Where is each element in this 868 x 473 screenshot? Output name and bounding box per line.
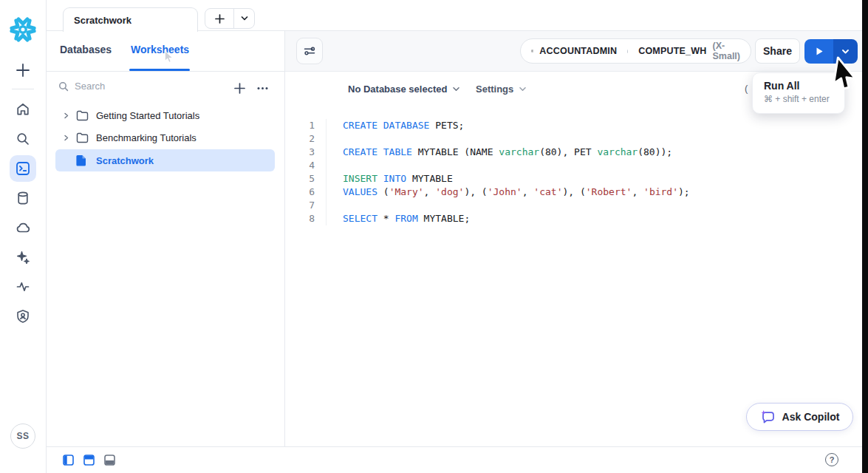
- chevron-right-icon[interactable]: [63, 135, 70, 141]
- folder-icon: [76, 110, 89, 121]
- code-line[interactable]: 2: [285, 132, 868, 146]
- obscured-text-fragment: (: [745, 83, 748, 94]
- context-selector[interactable]: ACCOUNTADMIN COMPUTE_WH (X-Small): [520, 38, 751, 64]
- line-number: 2: [285, 132, 327, 146]
- user-avatar[interactable]: SS: [10, 423, 35, 449]
- tree-item-label: Benchmarking Tutorials: [96, 132, 197, 143]
- line-number: 1: [285, 119, 327, 132]
- sidebar-search-row: Search: [47, 78, 284, 101]
- chevron-down-icon: [452, 85, 460, 93]
- settings-dropdown[interactable]: Settings: [476, 84, 527, 95]
- activity-icon[interactable]: [10, 273, 36, 300]
- snowflake-logo-icon[interactable]: [8, 15, 38, 44]
- sparkles-ai-icon[interactable]: [10, 244, 36, 270]
- line-number: 6: [285, 186, 327, 199]
- copilot-chat-icon: [760, 409, 776, 425]
- left-nav-rail: SS: [0, 0, 47, 473]
- separator-dot: [627, 50, 628, 53]
- code-line[interactable]: 8SELECT * FROM MYTABLE;: [285, 212, 868, 225]
- code-lines: 1CREATE DATABASE PETS;23CREATE TABLE MYT…: [285, 119, 868, 225]
- warehouse-name: COMPUTE_WH: [638, 46, 706, 56]
- create-new-icon[interactable]: [15, 62, 31, 78]
- warehouse-size: (X-Small): [712, 41, 740, 61]
- layout-top-icon[interactable]: [83, 455, 95, 466]
- tree-item-folder[interactable]: Benchmarking Tutorials: [55, 127, 275, 149]
- code-line[interactable]: 7: [285, 199, 868, 212]
- admin-shield-icon[interactable]: [10, 303, 36, 330]
- folder-icon: [76, 132, 89, 143]
- sidebar-panel: Databases Worksheets Search: [47, 31, 284, 446]
- line-number: 8: [285, 212, 327, 225]
- sliders-icon: [303, 44, 316, 58]
- document-icon: [76, 154, 89, 166]
- code-line[interactable]: 4: [285, 159, 868, 172]
- search-icon: [58, 81, 69, 92]
- settings-label: Settings: [476, 84, 513, 95]
- search-nav-icon[interactable]: [10, 126, 36, 152]
- tree-item-label: Getting Started Tutorials: [96, 110, 199, 121]
- tab-label: Scratchwork: [74, 15, 131, 26]
- run-all-shortcut: ⌘ + shift + enter: [764, 94, 844, 104]
- share-button[interactable]: Share: [755, 38, 800, 64]
- code-line[interactable]: 3CREATE TABLE MYTABLE (NAME varchar(80),…: [285, 146, 868, 159]
- data-database-icon[interactable]: [10, 185, 36, 211]
- new-worksheet-button[interactable]: [231, 80, 247, 96]
- snowsight-app: SS Scratchwork Databases Worksheets Sear…: [0, 0, 868, 473]
- chevron-right-icon[interactable]: [63, 112, 70, 119]
- chevron-down-icon: [841, 47, 850, 56]
- line-content: SELECT * FROM MYTABLE;: [343, 212, 470, 225]
- tab-databases[interactable]: Databases: [60, 44, 112, 55]
- cloud-icon[interactable]: [10, 214, 36, 241]
- worksheets-console-icon[interactable]: [10, 155, 36, 182]
- line-number: 5: [285, 172, 327, 186]
- more-options-button[interactable]: [254, 80, 270, 96]
- sliders-config-button[interactable]: [296, 38, 323, 64]
- code-line[interactable]: 6VALUES ('Mary', 'dog'), ('John', 'cat')…: [285, 186, 868, 199]
- tree-item-label: Scratchwork: [96, 155, 154, 166]
- chevron-down-icon: [519, 85, 527, 93]
- layout-bottom-icon[interactable]: [104, 455, 115, 466]
- line-content: INSERT INTO MYTABLE: [343, 172, 453, 186]
- layout-left-icon[interactable]: [63, 455, 74, 466]
- tab-worksheets[interactable]: Worksheets: [131, 44, 189, 55]
- search-input[interactable]: Search: [58, 81, 206, 92]
- line-content: VALUES ('Mary', 'dog'), ('John', 'cat'),…: [343, 186, 690, 199]
- layout-toggles: [63, 455, 115, 466]
- role-name: ACCOUNTADMIN: [539, 46, 617, 56]
- help-button[interactable]: ?: [825, 453, 838, 466]
- worksheet-tab-bar: Scratchwork: [47, 0, 868, 31]
- help-icon: ?: [830, 455, 835, 464]
- tab-actions-group: [205, 8, 255, 29]
- run-button[interactable]: [804, 39, 833, 64]
- rail-divider: [12, 89, 34, 89]
- search-placeholder: Search: [75, 81, 105, 92]
- tab-scratchwork[interactable]: Scratchwork: [63, 7, 198, 32]
- tab-list-chevron-icon[interactable]: [234, 9, 254, 28]
- worksheet-toolbar: ACCOUNTADMIN COMPUTE_WH (X-Small) Share: [285, 31, 868, 72]
- copilot-label: Ask Copilot: [782, 411, 840, 423]
- line-content: CREATE DATABASE PETS;: [343, 119, 464, 132]
- line-content: CREATE TABLE MYTABLE (NAME varchar(80), …: [343, 146, 672, 159]
- code-line[interactable]: 1CREATE DATABASE PETS;: [285, 119, 868, 132]
- role-badge-icon: [531, 44, 533, 58]
- sql-editor[interactable]: 1CREATE DATABASE PETS;23CREATE TABLE MYT…: [285, 119, 868, 225]
- active-tab-underline: [129, 69, 190, 71]
- tree-item-folder[interactable]: Getting Started Tutorials: [55, 105, 275, 126]
- status-bar: ?: [47, 446, 868, 473]
- tree-item-scratchwork-selected[interactable]: Scratchwork: [55, 149, 275, 171]
- screen-edge-strip: [862, 0, 868, 473]
- line-number: 3: [285, 146, 327, 159]
- worksheet-tree: Getting Started Tutorials Benchmarking T…: [47, 105, 284, 172]
- mouse-cursor-ghost: [163, 50, 174, 68]
- database-selector-label: No Database selected: [348, 84, 447, 95]
- ask-copilot-button[interactable]: Ask Copilot: [746, 403, 853, 431]
- code-line[interactable]: 5INSERT INTO MYTABLE: [285, 172, 868, 186]
- line-number: 7: [285, 199, 327, 212]
- home-icon[interactable]: [10, 96, 36, 123]
- database-selector[interactable]: No Database selected: [348, 84, 460, 95]
- line-number: 4: [285, 159, 327, 172]
- new-tab-button[interactable]: [205, 9, 234, 28]
- play-icon: [815, 47, 824, 56]
